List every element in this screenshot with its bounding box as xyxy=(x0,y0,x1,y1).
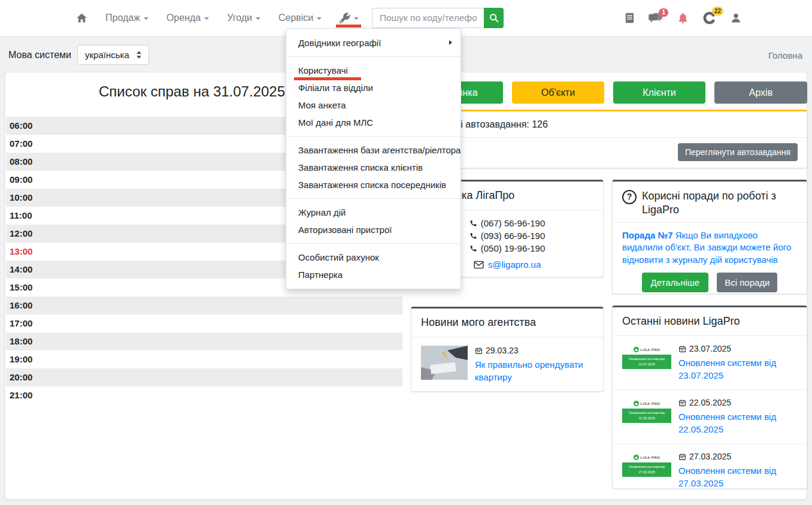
tips-panel-title: Корисні поради по роботі з LigaPro xyxy=(642,189,797,216)
news-link[interactable]: Оновлення системи від 27.03.2025 xyxy=(678,464,786,489)
home-icon[interactable] xyxy=(76,13,87,23)
autotasks-panel: Виконані автозавдання: 126 Переглянути а… xyxy=(413,110,807,168)
menu-item-upload-clients-list[interactable]: Завантаження списка клієнтів xyxy=(286,159,460,176)
menu-item-my-profile[interactable]: Моя анкета xyxy=(286,96,460,114)
news-item-content: 22.05.2025 Оновлення системи від 22.05.2… xyxy=(678,398,786,436)
menu-item-users[interactable]: Користувачі xyxy=(286,62,460,79)
thumb-caption-date: 27.03.2025 xyxy=(623,470,670,475)
news-thumbnail-image[interactable] xyxy=(421,346,468,383)
news-date-row: 22.05.2025 xyxy=(678,398,786,407)
news-date-row: 23.07.2025 xyxy=(678,344,786,353)
news-thumbnail-update[interactable]: LIGA PRO Оновлення системи від 22.05.202… xyxy=(622,398,671,436)
news-thumbnail-update[interactable]: LIGA PRO Оновлення системи від 27.03.202… xyxy=(622,452,671,489)
menu-item-personal-account[interactable]: Особистий рахунок xyxy=(286,249,460,266)
nav-item-sales[interactable]: Продаж xyxy=(105,13,149,23)
thumb-caption: Оновлення системи від 27.03.2025 xyxy=(622,462,671,477)
news-date: 27.03.2025 xyxy=(689,452,731,461)
search-input[interactable] xyxy=(372,8,484,28)
schedule-row[interactable]: 19:00 xyxy=(6,350,402,368)
news-link[interactable]: Як правильно орендувати квартиру xyxy=(475,358,593,383)
nav-item-deals-label: Угоди xyxy=(227,13,252,23)
calendar-icon xyxy=(678,345,686,353)
news-date: 23.07.2025 xyxy=(689,344,731,353)
menu-item-partnership[interactable]: Партнерка xyxy=(286,266,460,283)
ligapro-news-item: LIGA PRO Оновлення системи від 23.07.202… xyxy=(613,336,807,390)
thumb-caption-line: Оновлення системи від xyxy=(623,464,670,470)
schedule-row[interactable]: 17:00 xyxy=(6,315,402,332)
calendar-icon xyxy=(678,453,686,461)
archive-button[interactable]: Архів xyxy=(714,81,807,104)
support-phone-number: (093) 66-96-190 xyxy=(481,229,546,242)
news-date-row: 29.03.23 xyxy=(475,346,593,355)
breadcrumb-home[interactable]: Головна xyxy=(768,50,802,61)
schedule-row[interactable]: 21:00 xyxy=(6,386,402,404)
menu-item-geography-directories[interactable]: Довідники географії xyxy=(286,34,460,52)
menu-item-label: Філіали та відділи xyxy=(298,83,373,93)
tip-number-label: Порада №7 xyxy=(622,230,673,240)
nav-item-rent[interactable]: Оренда xyxy=(166,13,209,23)
menu-item-label: Авторизовані пристрої xyxy=(298,225,392,235)
menu-item-mls-data[interactable]: Мої дані для МЛС xyxy=(286,114,460,131)
support-email-link[interactable]: s@ligapro.ua xyxy=(488,259,541,270)
menu-item-branches[interactable]: Філіали та відділи xyxy=(286,79,460,96)
tip-details-button[interactable]: Детальніше xyxy=(642,273,709,292)
objects-button[interactable]: Об'єкти xyxy=(512,81,604,104)
ligapro-news-item: LIGA PRO Оновлення системи від 22.05.202… xyxy=(613,390,807,444)
user-profile-icon[interactable] xyxy=(731,13,741,23)
balance-badge: 22 xyxy=(712,7,723,16)
menu-divider xyxy=(286,198,460,199)
menu-item-action-log[interactable]: Журнал дій xyxy=(286,204,460,221)
ligapro-logo-text: LIGA PRO xyxy=(641,456,660,459)
nav-item-rent-label: Оренда xyxy=(166,13,201,23)
search-button[interactable] xyxy=(484,8,504,28)
menu-item-upload-agency-base[interactable]: Завантаження бази агентства/ріелтора xyxy=(286,141,460,159)
search-icon xyxy=(489,13,499,23)
phone-icon xyxy=(469,219,477,227)
balance-icon[interactable]: 22 xyxy=(703,11,716,25)
news-link[interactable]: Оновлення системи від 23.07.2025 xyxy=(678,356,786,382)
nav-item-deals[interactable]: Угоди xyxy=(227,13,260,23)
chevron-down-icon xyxy=(204,17,209,20)
all-tips-button[interactable]: Всі поради xyxy=(717,273,777,292)
menu-item-label: Особистий рахунок xyxy=(298,252,379,262)
schedule-row[interactable]: 18:00 xyxy=(6,332,402,350)
news-date-row: 27.03.2025 xyxy=(678,452,786,461)
messages-icon[interactable]: 1 xyxy=(649,13,663,24)
tips-panel: ? Корисні поради по роботі з LigaPro Пор… xyxy=(612,180,807,294)
thumb-caption-line: Оновлення системи від xyxy=(623,410,670,416)
menu-item-authorized-devices[interactable]: Авторизовані пристрої xyxy=(286,221,460,238)
envelope-icon xyxy=(474,261,484,269)
news-thumbnail-update[interactable]: LIGA PRO Оновлення системи від 23.07.202… xyxy=(622,344,671,382)
menu-item-label: Довідники географії xyxy=(298,38,381,48)
ligapro-logo: LIGA PRO xyxy=(622,344,671,355)
menu-item-label: Завантаження бази агентства/ріелтора xyxy=(298,145,460,155)
schedule-row[interactable]: 16:00 xyxy=(6,297,402,315)
nav-item-services[interactable]: Сервіси xyxy=(278,13,322,23)
menu-item-label: Партнерка xyxy=(298,270,343,280)
language-select[interactable]: українська xyxy=(77,45,149,65)
journal-icon[interactable] xyxy=(625,13,634,23)
news-link[interactable]: Оновлення системи від 22.05.2025 xyxy=(678,410,786,436)
thumb-caption-date: 22.05.2025 xyxy=(623,416,670,421)
search-bar xyxy=(372,8,504,28)
support-phone-number: (067) 56-96-190 xyxy=(481,217,546,229)
thumb-caption: Оновлення системи від 22.05.2025 xyxy=(622,409,671,423)
menu-divider xyxy=(286,136,460,137)
chevron-down-icon xyxy=(144,17,149,20)
notifications-bell-icon[interactable] xyxy=(677,12,689,24)
menu-item-upload-intermediaries-list[interactable]: Завантаження списка посередників xyxy=(286,176,460,193)
thumb-caption-line: Оновлення системи від xyxy=(623,356,670,362)
clients-button[interactable]: Клієнти xyxy=(613,81,705,104)
annotation-underline-wrench xyxy=(336,25,361,28)
language-label: Мова системи xyxy=(8,50,71,61)
select-arrows-icon xyxy=(137,51,141,59)
menu-item-label: Моя анкета xyxy=(298,100,346,110)
wrench-icon xyxy=(340,13,350,23)
schedule-row[interactable]: 20:00 xyxy=(6,368,402,386)
phone-icon xyxy=(469,232,477,240)
nav-item-tools[interactable] xyxy=(340,13,359,23)
chevron-down-icon xyxy=(354,17,359,20)
agency-news-panel: Новини мого агентства 29.03.23 Як правил… xyxy=(411,307,604,392)
view-autotasks-button[interactable]: Переглянути автозавдання xyxy=(678,143,798,161)
thumb-caption: Оновлення системи від 23.07.2025 xyxy=(622,355,671,369)
